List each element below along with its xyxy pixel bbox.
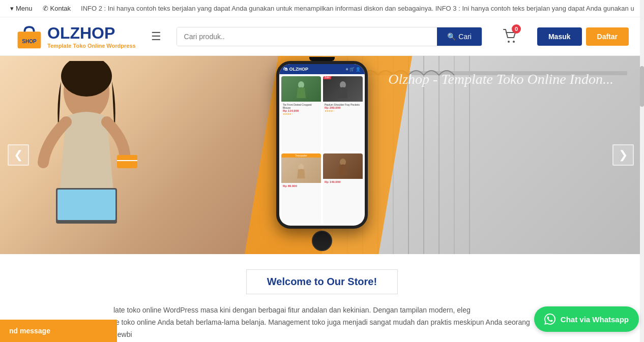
phone-product-4: Rp 149.900: [323, 153, 363, 224]
arrow-left-icon: ❮: [14, 148, 23, 162]
search-button[interactable]: 🔍 Cari: [437, 27, 482, 46]
scrollbar[interactable]: [640, 0, 644, 342]
svg-rect-18: [117, 155, 137, 168]
phone-product-1-img: [281, 76, 321, 102]
search-btn-label: Cari: [458, 33, 472, 41]
bottom-notif-text: nd message: [9, 327, 50, 335]
daftar-button[interactable]: Daftar: [586, 27, 629, 46]
phone-app-header: 🛍 OLZHOP ≡ 🛒 👤: [279, 64, 365, 74]
slider-prev-button[interactable]: ❮: [8, 144, 29, 166]
cart-button[interactable]: 0: [497, 23, 522, 50]
chevron-down-icon: ▾: [10, 5, 14, 12]
slider-next-button[interactable]: ❯: [612, 144, 634, 166]
whatsapp-label: Chat via Whatsapp: [561, 315, 629, 324]
phone-product-3-info: Rp 89.900: [281, 183, 321, 189]
phone-product-2-img: [323, 76, 363, 102]
svg-rect-21: [57, 190, 115, 220]
search-icon: 🔍: [447, 33, 456, 41]
phone-outer: 🛍 OLZHOP ≡ 🛒 👤 Tie Front Dotted Cropped …: [276, 61, 368, 229]
kontak-button[interactable]: ✆ Kontak: [43, 5, 71, 12]
phone-product-3-img: [281, 158, 321, 183]
whatsapp-button[interactable]: Chat via Whatsapp: [534, 306, 639, 332]
phone-product-2: Sale Peplum Shoulder Fray Pockets Rp 299…: [323, 76, 363, 151]
phone-product-1-info: Tie Front Dotted Cropped Blouse Rp 114.9…: [281, 102, 321, 117]
svg-text:SHOP: SHOP: [22, 39, 37, 44]
welcome-text-line2: te toko online Anda betah berlama-lama b…: [113, 318, 530, 338]
welcome-text-line1: late toko online WordPress masa kini den…: [113, 306, 471, 314]
ticker: INFO 2 : Ini hanya contoh teks berjalan …: [81, 5, 634, 12]
welcome-text: late toko online WordPress masa kini den…: [93, 304, 551, 340]
header: SHOP OLZHOP Template Toko Online Wordpre…: [0, 17, 644, 56]
phone-product-4-img: [323, 153, 363, 179]
phone-icon: ✆: [43, 5, 48, 12]
phone-product-grid: Tie Front Dotted Cropped Blouse Rp 114.9…: [279, 74, 365, 226]
masuk-button[interactable]: Masuk: [537, 27, 582, 46]
cart-badge: 0: [512, 24, 521, 34]
phone-product-4-info: Rp 149.900: [323, 179, 363, 185]
header-buttons: Masuk Daftar: [537, 27, 629, 46]
svg-point-3: [508, 41, 510, 43]
phone-logo: 🛍 OLZHOP: [283, 67, 308, 72]
hamburger-button[interactable]: ☰: [151, 30, 161, 43]
welcome-title-box: Welcome to Our Store!: [246, 269, 398, 294]
phone-product-1: Tie Front Dotted Cropped Blouse Rp 114.9…: [281, 76, 321, 151]
hero-title-overlay: Olzhop - Template Toko Online Indon...: [388, 71, 613, 87]
logo-name: OLZHOP: [47, 24, 136, 43]
hero-woman-figure: [15, 61, 158, 254]
phone-product-3: Terpopuler Rp 89.900: [281, 153, 321, 224]
welcome-title: Welcome to Our Store!: [267, 276, 377, 287]
logo-text: OLZHOP Template Toko Online Wordpress: [47, 24, 136, 49]
phone-header-icons: ≡ 🛒 👤: [346, 67, 361, 72]
svg-point-4: [513, 41, 515, 43]
logo-bag-icon: SHOP: [15, 22, 43, 50]
logo-link[interactable]: SHOP OLZHOP Template Toko Online Wordpre…: [15, 22, 136, 50]
phone-product-4-price: Rp 149.900: [325, 180, 361, 183]
top-bar-left: ▾ Menu ✆ Kontak: [10, 5, 71, 12]
phone-screen: 🛍 OLZHOP ≡ 🛒 👤 Tie Front Dotted Cropped …: [279, 64, 365, 226]
hero-slider: Olzhop - Template Toko Online Indon... 🛍…: [0, 56, 644, 254]
phone-product-2-info: Peplum Shoulder Fray Pockets Rp 299.900 …: [323, 102, 363, 114]
menu-button[interactable]: ▾ Menu: [10, 5, 33, 12]
logo-tagline: Template Toko Online Wordpress: [47, 43, 136, 49]
phone-mockup: 🛍 OLZHOP ≡ 🛒 👤 Tie Front Dotted Cropped …: [271, 57, 373, 253]
bottom-notification: nd message: [0, 320, 117, 342]
hero-background: Olzhop - Template Toko Online Indon... 🛍…: [0, 56, 644, 254]
ticker-text: INFO 2 : Ini hanya contoh teks berjalan …: [81, 5, 634, 12]
kontak-label: Kontak: [50, 5, 71, 12]
phone-notch: [309, 57, 335, 61]
search-input[interactable]: [177, 27, 437, 46]
arrow-right-icon: ❯: [619, 148, 628, 162]
menu-label: Menu: [16, 5, 33, 12]
search-bar: 🔍 Cari: [177, 27, 482, 46]
phone-home-button: [312, 231, 332, 251]
scrollbar-thumb[interactable]: [640, 66, 644, 107]
top-bar: ▾ Menu ✆ Kontak INFO 2 : Ini hanya conto…: [0, 0, 644, 17]
whatsapp-icon: [544, 314, 555, 325]
phone-product-3-price: Rp 89.900: [283, 184, 319, 188]
